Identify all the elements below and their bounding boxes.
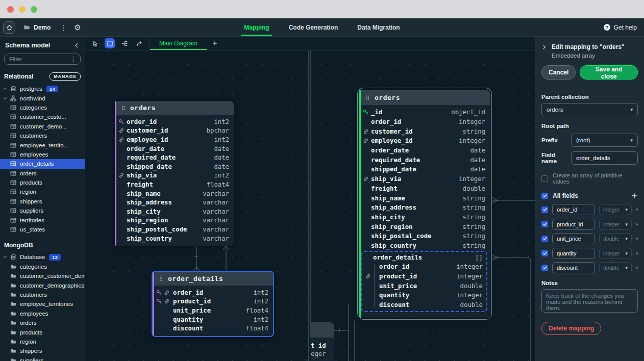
get-help-button[interactable]: ? Get help bbox=[604, 24, 637, 31]
mongodb-item-employee_territories[interactable]: employee_territories bbox=[0, 299, 85, 308]
table-icon bbox=[10, 189, 16, 195]
add-field-button[interactable] bbox=[631, 192, 638, 199]
filter-input[interactable] bbox=[4, 54, 81, 65]
relational-item-suppliers[interactable]: suppliers bbox=[0, 206, 85, 215]
field-type-select[interactable]: integer▾ bbox=[599, 219, 632, 230]
field-type-select[interactable]: integer▾ bbox=[599, 248, 632, 259]
relational-item-northwind[interactable]: northwind bbox=[0, 93, 85, 102]
project-breadcrumb[interactable]: Demo bbox=[23, 24, 51, 31]
field-name-input[interactable] bbox=[552, 204, 595, 215]
folder-icon bbox=[10, 282, 16, 289]
diagram-table-orders-mongodb[interactable]: orders_idobject_idorder_idintegercustome… bbox=[359, 90, 490, 318]
relational-item-order_details[interactable]: order_details bbox=[0, 159, 85, 168]
field-type: bpchar bbox=[207, 127, 229, 134]
mongodb-item-region[interactable]: region bbox=[0, 337, 85, 346]
relational-item-customers[interactable]: customers bbox=[0, 131, 85, 140]
table-header[interactable]: order_details bbox=[153, 272, 273, 286]
field-name-input[interactable] bbox=[552, 248, 595, 259]
auto-layout-button[interactable] bbox=[119, 38, 130, 48]
field-type: date bbox=[470, 166, 485, 173]
chevron-down-icon[interactable] bbox=[3, 86, 8, 91]
zoom-button[interactable] bbox=[31, 6, 37, 13]
tab-data-migration[interactable]: Data Migration bbox=[357, 18, 400, 36]
field-include-checkbox[interactable] bbox=[541, 221, 548, 227]
folder-icon bbox=[10, 273, 16, 279]
table-header[interactable]: orders bbox=[115, 101, 234, 115]
relational-item-shippers[interactable]: shippers bbox=[0, 197, 85, 206]
filter-options-icon[interactable]: ⋮ bbox=[70, 55, 77, 63]
field-icons bbox=[365, 273, 373, 279]
relationship-tool-button[interactable] bbox=[134, 38, 144, 48]
field-include-checkbox[interactable] bbox=[541, 236, 548, 242]
embedded-array-group[interactable]: order_details[]order_idintegerproduct_id… bbox=[361, 251, 487, 312]
relational-item-products[interactable]: products bbox=[0, 178, 85, 187]
diagram-table-order-details-relational[interactable]: order_detailsorder_idint2product_idint2u… bbox=[152, 271, 274, 337]
mongodb-item-orders[interactable]: orders bbox=[0, 318, 85, 327]
field-name-input[interactable] bbox=[552, 233, 595, 244]
settings-icon[interactable]: ⚙ bbox=[74, 23, 81, 31]
field-include-checkbox[interactable] bbox=[541, 265, 548, 271]
field-type-select[interactable]: double▾ bbox=[599, 233, 632, 244]
save-and-close-button[interactable]: Save and close bbox=[580, 65, 638, 80]
marquee-tool-button[interactable] bbox=[105, 38, 115, 48]
field-name-input[interactable] bbox=[552, 219, 595, 230]
mongodb-item-employees[interactable]: employees bbox=[0, 309, 85, 318]
manage-button[interactable]: MANAGE bbox=[49, 72, 81, 81]
add-diagram-button[interactable] bbox=[207, 37, 222, 50]
field-type-select[interactable]: integer▾ bbox=[599, 204, 632, 215]
close-button[interactable] bbox=[7, 6, 14, 13]
mongodb-item-products[interactable]: products bbox=[0, 327, 85, 337]
field-name: unit_price bbox=[373, 282, 417, 290]
minimize-button[interactable] bbox=[19, 6, 26, 13]
tab-main-diagram[interactable]: Main Diagram bbox=[150, 37, 207, 50]
mapping-field-row-discount: double▾ bbox=[541, 262, 638, 273]
relational-item-employee_territo-[interactable]: employee_territo... bbox=[0, 140, 85, 149]
chevron-down-icon[interactable] bbox=[3, 96, 8, 101]
mongodb-item-customer_customer_demo[interactable]: customer_customer_demo bbox=[0, 271, 85, 280]
select-tool-button[interactable] bbox=[90, 38, 100, 48]
mongodb-item-shippers[interactable]: shippers bbox=[0, 346, 85, 355]
diagram-table-clipped[interactable]: t_id eger bbox=[310, 322, 334, 361]
chevron-down-icon[interactable] bbox=[3, 254, 8, 260]
collapse-sidebar-icon[interactable] bbox=[73, 42, 80, 48]
diagram-surface[interactable]: t_id eger ordersorder_idint2customer_idb… bbox=[85, 50, 535, 361]
relational-item-us_states[interactable]: us_states bbox=[0, 225, 85, 234]
parent-collection-select[interactable]: orders ▾ bbox=[541, 103, 638, 116]
field-name-input[interactable] bbox=[552, 262, 595, 273]
mongodb-item-suppliers[interactable]: suppliers bbox=[0, 356, 85, 361]
link-icon bbox=[118, 127, 125, 134]
relational-item-customer_demo-[interactable]: customer_demo... bbox=[0, 122, 85, 131]
mongodb-item-customers[interactable]: customers bbox=[0, 290, 85, 299]
diagram-table-orders-relational[interactable]: ordersorder_idint2customer_idbpcharemplo… bbox=[115, 101, 234, 246]
table-header[interactable]: orders bbox=[359, 90, 490, 105]
tab-mapping[interactable]: Mapping bbox=[244, 18, 269, 36]
field-include-checkbox[interactable] bbox=[541, 250, 548, 256]
mongodb-item-categories[interactable]: categories bbox=[0, 262, 85, 271]
project-menu-icon[interactable]: ⋮ bbox=[60, 24, 67, 31]
grip-icon bbox=[158, 276, 164, 281]
collapse-panel-icon[interactable] bbox=[541, 44, 547, 50]
field-include-checkbox[interactable] bbox=[541, 207, 548, 213]
relational-item-region[interactable]: region bbox=[0, 187, 85, 196]
primitive-array-checkbox[interactable] bbox=[541, 175, 548, 182]
tab-code-generation[interactable]: Code Generation bbox=[289, 18, 338, 36]
mongodb-item-Database[interactable]: Database13 bbox=[0, 252, 85, 262]
relational-item-customer_custo-[interactable]: customer_custo... bbox=[0, 112, 85, 121]
notes-textarea[interactable] bbox=[541, 289, 638, 313]
field-type: varchar bbox=[203, 235, 229, 242]
folder-icon bbox=[10, 311, 16, 317]
mongodb-item-customer_demographics[interactable]: customer_demographics bbox=[0, 280, 85, 290]
relational-item-postgres[interactable]: postgres14 bbox=[0, 84, 85, 93]
field-name: ship_country bbox=[127, 235, 172, 242]
relational-item-orders[interactable]: orders bbox=[0, 169, 85, 178]
prefix-select[interactable]: (root) ▾ bbox=[571, 134, 638, 147]
delete-mapping-button[interactable]: Delete mapping bbox=[541, 322, 601, 335]
home-button[interactable] bbox=[3, 21, 15, 34]
field-name-input[interactable] bbox=[571, 151, 638, 165]
relational-item-territories[interactable]: territories bbox=[0, 215, 85, 224]
cancel-button[interactable]: Cancel bbox=[541, 65, 576, 80]
all-fields-checkbox[interactable] bbox=[541, 193, 548, 199]
relational-item-employees[interactable]: employees bbox=[0, 150, 85, 159]
relational-item-categories[interactable]: categories bbox=[0, 103, 85, 112]
field-type-select[interactable]: double▾ bbox=[599, 262, 632, 273]
